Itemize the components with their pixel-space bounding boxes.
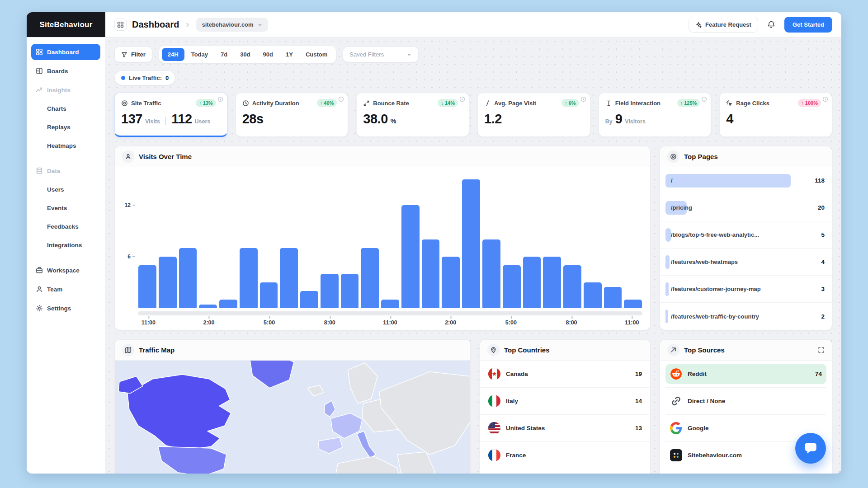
bars: [138, 175, 642, 308]
chart-plot[interactable]: 612: [123, 175, 642, 308]
country-row-canada[interactable]: Canada19: [480, 361, 650, 388]
chart-bar[interactable]: [341, 274, 359, 308]
source-row-direct-none[interactable]: Direct / None: [665, 388, 826, 415]
feature-request-button[interactable]: Feature Request: [689, 17, 758, 33]
sidebar-item-events[interactable]: Events: [31, 200, 100, 216]
sidebar-item-users[interactable]: Users: [31, 182, 100, 197]
chart-bar[interactable]: [584, 282, 602, 308]
chart-bar[interactable]: [280, 248, 298, 308]
info-icon[interactable]: [217, 96, 223, 102]
chart-bar[interactable]: [462, 179, 480, 308]
live-traffic-pill[interactable]: Live Traffic: 0: [114, 70, 175, 85]
top-header: SiteBehaviour Dashboard sitebehaviour.co…: [27, 12, 841, 38]
notifications-button[interactable]: [764, 17, 779, 33]
range-tab-24h[interactable]: 24H: [162, 48, 184, 61]
metric-card-activity-duration[interactable]: Activity Duration↑ 40%28s: [236, 93, 349, 137]
sidebar-item-replays[interactable]: Replays: [31, 119, 100, 135]
sidebar-item-boards[interactable]: Boards: [31, 63, 100, 79]
panel-head: Top Countries: [480, 340, 650, 361]
trend-badge: ↑ 100%: [798, 99, 821, 107]
chart-bar[interactable]: [361, 248, 379, 308]
chart-bar[interactable]: [219, 300, 237, 308]
metric-card-avg-page-visit[interactable]: Avg. Page Visit↑ 6%1.2: [477, 93, 590, 137]
target-icon: [121, 100, 128, 107]
top-page-row[interactable]: /pricing20: [660, 194, 832, 221]
chart-bar[interactable]: [300, 291, 318, 308]
chart-bar[interactable]: [260, 282, 278, 308]
chart-bar[interactable]: [381, 300, 399, 308]
metric-card-field-interaction[interactable]: Field Interaction↑ 125%By9Visitors: [599, 93, 712, 137]
chat-widget-button[interactable]: [795, 433, 826, 464]
chart-bar[interactable]: [321, 274, 339, 308]
info-icon[interactable]: [580, 96, 586, 102]
x-axis-strip: [138, 311, 642, 315]
value-number: 112: [171, 112, 192, 127]
flag-us-icon: [488, 422, 500, 434]
chart-bar[interactable]: [563, 265, 581, 308]
chart-bar[interactable]: [422, 239, 440, 308]
range-tab-30d[interactable]: 30d: [234, 48, 256, 61]
logo[interactable]: SiteBehaviour: [27, 12, 105, 37]
source-row-reddit[interactable]: Reddit74: [665, 361, 826, 388]
top-page-row[interactable]: /features/web-traffic-by-country2: [660, 303, 832, 330]
metric-value: 38.0%: [363, 112, 462, 127]
metric-card-site-traffic[interactable]: Site Traffic↑ 13%137Visits|112Users: [114, 93, 227, 137]
main-content: Filter 24HToday7d30d90d1YCustom Saved Fi…: [105, 38, 841, 474]
sidebar-item-integrations[interactable]: Integrations: [31, 237, 100, 253]
chart-bar[interactable]: [240, 248, 258, 308]
body-row: DashboardBoardsInsightsChartsReplaysHeat…: [27, 38, 841, 474]
x-axis-labels: 11:002:005:008:0011:002:005:008:0011:00: [138, 315, 642, 330]
flag-fr-icon: [488, 449, 500, 461]
top-page-row[interactable]: /118: [660, 167, 832, 194]
chart-bar[interactable]: [138, 265, 156, 308]
chart-bar[interactable]: [503, 265, 521, 308]
chart-bar[interactable]: [401, 205, 420, 308]
top-page-row[interactable]: /blogs/top-5-free-web-analytic...5: [660, 221, 832, 249]
sidebar-item-charts[interactable]: Charts: [31, 101, 100, 117]
get-started-button[interactable]: Get Started: [784, 17, 832, 33]
filter-button[interactable]: Filter: [114, 47, 152, 62]
sidebar-item-label: Feedbacks: [47, 223, 79, 230]
site-selector[interactable]: sitebehaviour.com: [196, 18, 268, 32]
chart-bar[interactable]: [159, 257, 177, 308]
info-icon[interactable]: [822, 96, 828, 102]
chart-bar[interactable]: [523, 257, 541, 308]
range-tab-custom[interactable]: Custom: [300, 48, 333, 61]
chart-bar[interactable]: [604, 287, 622, 308]
range-tab-7d[interactable]: 7d: [215, 48, 233, 61]
range-tab-1y[interactable]: 1Y: [280, 48, 299, 61]
info-icon[interactable]: [459, 96, 465, 102]
sidebar-item-feedbacks[interactable]: Feedbacks: [31, 219, 100, 235]
sidebar-item-team[interactable]: Team: [31, 281, 100, 297]
chart-bar[interactable]: [482, 239, 500, 308]
country-row-united-states[interactable]: United States13: [480, 415, 650, 442]
chart-bar[interactable]: [624, 300, 642, 308]
info-icon[interactable]: [338, 96, 344, 102]
value-unit: Visits: [145, 118, 160, 125]
top-page-row[interactable]: /features/customer-journey-map3: [660, 276, 832, 303]
x-tick-label: 2:00: [203, 319, 214, 326]
country-row-france[interactable]: France: [480, 442, 650, 469]
range-tab-90d[interactable]: 90d: [257, 48, 279, 61]
sidebar-item-heatmaps[interactable]: Heatmaps: [31, 138, 100, 154]
expand-icon[interactable]: [818, 347, 825, 353]
sidebar-item-workspace[interactable]: Workspace: [31, 262, 100, 278]
country-row-italy[interactable]: Italy14: [480, 388, 650, 415]
sidebar-item-insights: Insights: [31, 82, 100, 98]
sidebar-item-settings[interactable]: Settings: [31, 300, 100, 316]
chart-bar[interactable]: [543, 257, 561, 308]
chart-bar[interactable]: [442, 257, 460, 308]
metric-card-rage-clicks[interactable]: Rage Clicks↑ 100%4: [719, 93, 832, 137]
top-page-row[interactable]: /features/web-heatmaps4: [660, 249, 832, 276]
page-title: Dashboard: [132, 19, 179, 30]
metric-card-header: Activity Duration↑ 40%: [242, 99, 342, 107]
world-map[interactable]: [115, 361, 470, 474]
sidebar-item-dashboard[interactable]: Dashboard: [31, 44, 100, 60]
range-tab-today[interactable]: Today: [185, 48, 214, 61]
saved-filters-dropdown[interactable]: Saved Filters: [343, 47, 419, 62]
info-icon[interactable]: [701, 96, 707, 102]
chart-bar[interactable]: [179, 248, 197, 308]
chart-bar[interactable]: [199, 305, 217, 308]
grid-icon: [36, 48, 43, 56]
metric-card-bounce-rate[interactable]: Bounce Rate↓ 14%38.0%: [356, 93, 469, 137]
